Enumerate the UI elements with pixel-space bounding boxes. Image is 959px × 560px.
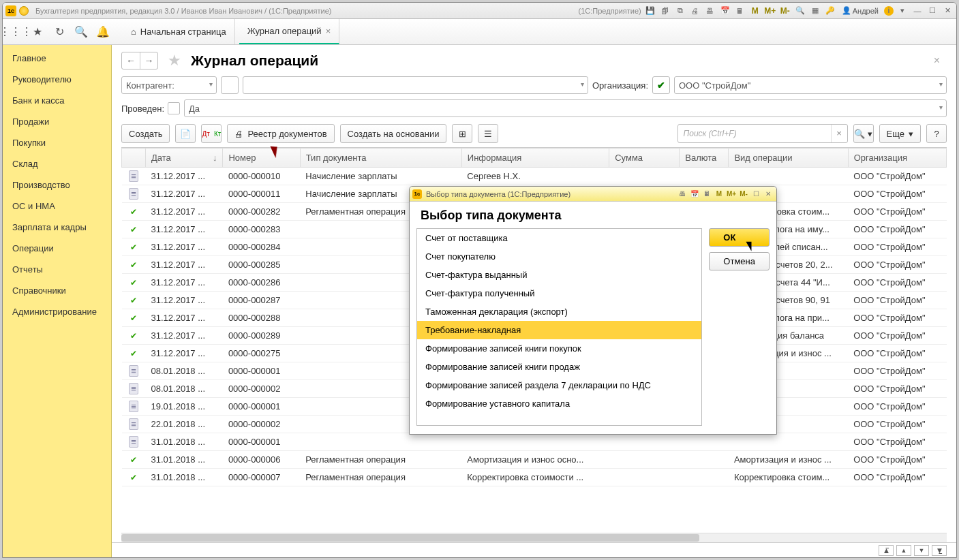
col-info[interactable]: Информация	[461, 149, 609, 168]
table-row[interactable]: 31.12.2017 ...0000-000010Начисление зарп…	[122, 168, 947, 185]
kontragent-checkbox[interactable]	[221, 76, 239, 94]
info-icon[interactable]: i	[884, 6, 894, 16]
find-button[interactable]: 🔍 ▾	[853, 124, 874, 143]
org-value-input[interactable]: ООО "СтройДом"	[674, 76, 947, 94]
search-box[interactable]: Поиск (Ctrl+F) ×	[678, 124, 848, 143]
scroll-bottom-button[interactable]: ▼̲	[932, 545, 947, 556]
more-button[interactable]: Еще ▾	[879, 124, 921, 143]
kontragent-value-input[interactable]	[243, 76, 588, 94]
search-input[interactable]: Поиск (Ctrl+F)	[678, 129, 831, 138]
doc-type-item[interactable]: Формирование записей раздела 7 деклараци…	[417, 376, 701, 394]
m-icon[interactable]: M	[749, 5, 761, 17]
compare-icon[interactable]: ⧉	[674, 5, 686, 17]
sidebar-item-0[interactable]: Главное	[3, 48, 111, 69]
structure-button[interactable]: ⊞	[452, 124, 472, 143]
nav-back-button[interactable]: ←	[122, 52, 140, 69]
doc-type-item[interactable]: Формирование записей книги покупок	[417, 339, 701, 358]
sidebar-item-11[interactable]: Справочники	[3, 280, 111, 301]
dropdown-icon[interactable]: ▾	[896, 5, 909, 17]
doc-type-item[interactable]: Счет от поставщика	[417, 229, 701, 247]
search-icon[interactable]: 🔍	[72, 23, 90, 41]
tab-home[interactable]: ⌂ Начальная страница	[123, 19, 235, 44]
table-row[interactable]: 31.01.2018 ...0000-000006Регламентная оп…	[122, 451, 947, 469]
sidebar-item-3[interactable]: Продажи	[3, 111, 111, 132]
sidebar-item-4[interactable]: Покупки	[3, 132, 111, 153]
proveden-value-input[interactable]: Да	[184, 99, 947, 117]
dialog-print-icon[interactable]: 🖶	[677, 189, 688, 200]
sidebar-item-12[interactable]: Администрирование	[3, 301, 111, 322]
dialog-calendar-icon[interactable]: 📅	[689, 189, 700, 200]
org-checkbox[interactable]: ✔	[652, 76, 670, 94]
dtkt-button[interactable]: ДтКт	[201, 124, 222, 143]
m-minus-icon[interactable]: M-	[779, 5, 791, 17]
col-type[interactable]: Тип документа	[300, 149, 461, 168]
sidebar-item-10[interactable]: Отчеты	[3, 259, 111, 280]
doc-type-item[interactable]: Таможенная декларация (экспорт)	[417, 302, 701, 321]
kontragent-dropdown[interactable]: Контрагент:	[121, 76, 217, 94]
save-icon[interactable]: 💾	[644, 5, 656, 17]
close-icon[interactable]: ✕	[941, 5, 954, 17]
doc-type-list[interactable]: Счет от поставщикаСчет покупателюСчет-фа…	[416, 228, 702, 426]
dialog-m-icon[interactable]: M	[714, 189, 725, 200]
dialog-mplus-icon[interactable]: M+	[726, 189, 737, 200]
sidebar-item-6[interactable]: Производство	[3, 174, 111, 196]
key-icon[interactable]: 🔑	[824, 5, 836, 17]
scroll-down-button[interactable]: ▼	[914, 545, 929, 556]
nav-forward-button[interactable]: →	[140, 52, 157, 69]
sidebar-item-1[interactable]: Руководителю	[3, 69, 111, 90]
list-button[interactable]: ☰	[478, 124, 498, 143]
zoom-icon[interactable]: 🔍	[794, 5, 806, 17]
col-num[interactable]: Номер	[223, 149, 300, 168]
col-op[interactable]: Вид операции	[729, 149, 848, 168]
dialog-mminus-icon[interactable]: M-	[738, 189, 749, 200]
sidebar-item-5[interactable]: Склад	[3, 153, 111, 174]
history-icon[interactable]: ↻	[50, 23, 68, 41]
col-cur[interactable]: Валюта	[680, 149, 729, 168]
search-clear-icon[interactable]: ×	[831, 125, 847, 142]
user-indicator[interactable]: 👤 Андрей	[839, 6, 881, 15]
tab-close-icon[interactable]: ×	[326, 26, 331, 36]
ok-button[interactable]: ОК	[709, 228, 770, 247]
col-date[interactable]: Дата	[151, 153, 171, 163]
minimize-icon[interactable]: —	[911, 5, 924, 17]
maximize-icon[interactable]: ☐	[926, 5, 939, 17]
calc-icon[interactable]: 🖩	[734, 5, 746, 17]
doc-type-item[interactable]: Счет-фактура полученный	[417, 284, 701, 302]
doc-type-item[interactable]: Формирование уставного капитала	[417, 394, 701, 413]
table-row[interactable]: 31.01.2018 ...0000-000007Регламентная оп…	[122, 469, 947, 486]
registry-button[interactable]: 🖨 Реестр документов	[227, 124, 334, 143]
tab-journal[interactable]: Журнал операций ×	[239, 19, 340, 44]
sidebar-item-7[interactable]: ОС и НМА	[3, 196, 111, 217]
table-row[interactable]: 31.01.2018 ...0000-000001ООО "СтройДом"	[122, 433, 947, 451]
cancel-button[interactable]: Отмена	[709, 252, 770, 270]
favorite-page-icon[interactable]: ★	[168, 52, 181, 69]
dialog-calc-icon[interactable]: 🖩	[701, 189, 712, 200]
windows-icon[interactable]: ▦	[809, 5, 821, 17]
dialog-maximize-icon[interactable]: ☐	[750, 189, 761, 200]
printer-icon[interactable]: 🖶	[704, 5, 716, 17]
help-button[interactable]: ?	[926, 124, 947, 143]
horizontal-scrollbar[interactable]	[121, 533, 947, 542]
scroll-up-button[interactable]: ▲	[896, 545, 911, 556]
close-page-icon[interactable]: ×	[927, 52, 947, 69]
proveden-checkbox[interactable]	[168, 102, 180, 114]
create-button[interactable]: Создать	[121, 124, 170, 143]
col-org[interactable]: Организация	[848, 149, 946, 168]
open-icon[interactable]: 🗐	[659, 5, 671, 17]
m-plus-icon[interactable]: M+	[764, 5, 776, 17]
scroll-top-button[interactable]: ▲̅	[879, 545, 894, 556]
col-sum[interactable]: Сумма	[609, 149, 680, 168]
doc-type-item[interactable]: Формирование записей книги продаж	[417, 358, 701, 376]
apps-icon[interactable]: ⋮⋮⋮	[7, 23, 25, 41]
print-icon[interactable]: 🖨	[689, 5, 701, 17]
favorite-icon[interactable]: ★	[29, 23, 46, 41]
copy-button[interactable]: 📄	[175, 124, 196, 143]
dialog-close-icon[interactable]: ✕	[763, 189, 774, 200]
sidebar-item-8[interactable]: Зарплата и кадры	[3, 217, 111, 238]
bell-icon[interactable]: 🔔	[94, 23, 112, 41]
sidebar-item-2[interactable]: Банк и касса	[3, 90, 111, 111]
calendar-icon[interactable]: 📅	[719, 5, 731, 17]
create-on-basis-button[interactable]: Создать на основании	[340, 124, 447, 143]
doc-type-item[interactable]: Требование-накладная	[417, 321, 701, 339]
doc-type-item[interactable]: Счет-фактура выданный	[417, 266, 701, 284]
